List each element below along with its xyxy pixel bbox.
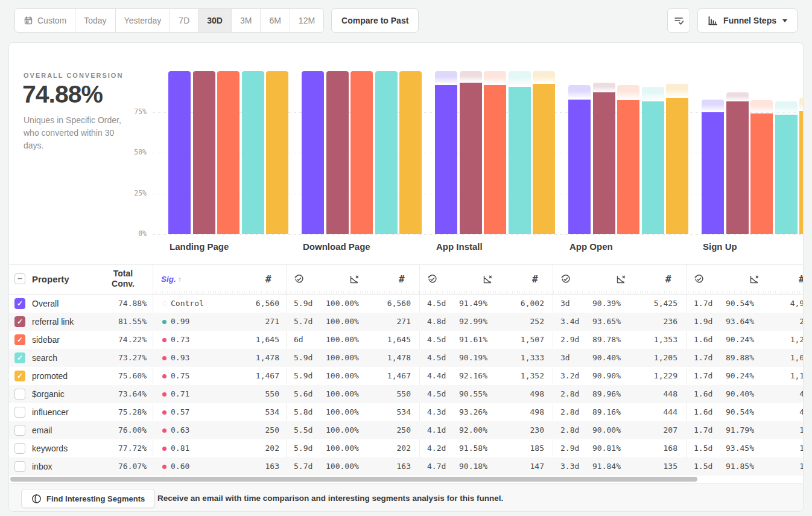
funnel-steps-dropdown[interactable]: Funnel Steps <box>697 8 798 33</box>
funnel-bar[interactable] <box>568 100 591 234</box>
bar-dropoff-cap <box>726 92 749 101</box>
funnel-bar[interactable] <box>168 71 191 234</box>
conversion-rate-icon <box>349 264 360 294</box>
funnel-bar[interactable] <box>266 71 288 234</box>
funnel-bar[interactable] <box>799 111 804 234</box>
row-checkbox[interactable]: ✓ <box>14 298 25 309</box>
row-checkbox[interactable]: ✓ <box>14 352 25 363</box>
date-range-today[interactable]: Today <box>75 9 115 32</box>
avg-time-to-convert: 5.9d <box>294 295 312 313</box>
date-range-7d[interactable]: 7D <box>170 9 198 32</box>
funnel-bar[interactable] <box>242 71 264 234</box>
bar-chart-icon <box>708 15 718 26</box>
step-count: 271 <box>214 313 279 331</box>
total-conversion-value: 81.55% <box>94 313 147 331</box>
step-count: 15 <box>746 439 804 457</box>
date-range-3m[interactable]: 3M <box>232 9 261 32</box>
funnel-bar[interactable] <box>302 71 324 234</box>
time-to-convert-icon <box>694 264 704 294</box>
date-range-30d[interactable]: 30D <box>198 9 232 32</box>
funnel-bar[interactable] <box>726 101 749 234</box>
step-count: 498 <box>480 385 544 403</box>
y-axis-tick: 75% <box>116 107 147 116</box>
row-checkbox[interactable] <box>14 389 25 400</box>
avg-time-to-convert: 1.6d <box>694 331 712 349</box>
email-analysis-message: Receive an email with time comparison an… <box>157 484 503 512</box>
step-count: 40 <box>746 385 804 403</box>
funnel-bar[interactable] <box>193 71 215 234</box>
step-count: 4,91 <box>746 295 804 313</box>
funnel-bar[interactable] <box>217 71 239 234</box>
funnel-bar[interactable] <box>350 71 373 234</box>
significance-value: 0.81 <box>171 439 189 457</box>
funnel-bar[interactable] <box>509 87 531 234</box>
avg-time-to-convert: 3d <box>560 349 570 367</box>
funnel-bar[interactable] <box>666 98 688 234</box>
table-top-border <box>9 264 803 265</box>
avg-time-to-convert: 2.8d <box>560 385 579 403</box>
avg-time-to-convert: 4.4d <box>427 367 446 385</box>
funnel-bar[interactable] <box>326 71 349 234</box>
toolbar: CustomTodayYesterday7D30D3M6M12M Compare… <box>14 8 798 33</box>
significance-value: 0.60 <box>171 457 189 476</box>
find-interesting-segments-button[interactable]: Find Interesting Segments <box>21 489 155 508</box>
table-row: inbox76.07%0.601635.7d100.00%1634.7d90.1… <box>9 457 803 476</box>
toolbar-spacer <box>419 8 660 33</box>
compare-to-past-button[interactable]: Compare to Past <box>331 8 419 33</box>
step-count: 185 <box>480 439 544 457</box>
significance-value: 0.73 <box>171 331 189 349</box>
step-count: 1,229 <box>613 367 677 385</box>
funnel-bar[interactable] <box>617 100 639 234</box>
row-checkbox[interactable]: ✓ <box>14 371 25 381</box>
table-row: $organic73.64%0.715505.6d100.00%5504.5d9… <box>9 385 803 403</box>
funnel-bar[interactable] <box>702 112 724 234</box>
significance-column-header[interactable]: Sig.↑ <box>161 264 182 294</box>
row-checkbox[interactable] <box>14 425 25 436</box>
row-checkbox[interactable]: ✓ <box>14 334 25 345</box>
avg-time-to-convert: 4.5d <box>427 331 446 349</box>
avg-time-to-convert: 5.7d <box>294 313 312 331</box>
step-count: 6,002 <box>480 295 544 313</box>
funnel-bar[interactable] <box>435 85 457 234</box>
row-checkbox[interactable]: ✓ <box>14 316 25 327</box>
count-icon: # <box>265 264 271 294</box>
table-row: ✓Overall74.88%Control6,5605.9d100.00%6,5… <box>9 295 803 313</box>
significance-marker <box>162 428 167 433</box>
property-name: referral link <box>32 313 74 331</box>
funnel-bar[interactable] <box>750 113 773 234</box>
significance-value: Control <box>171 295 204 313</box>
total-conversion-value: 74.88% <box>94 295 147 313</box>
avg-time-to-convert: 1.7d <box>694 421 712 439</box>
row-checkbox[interactable] <box>14 461 25 472</box>
funnel-bar[interactable] <box>375 71 398 234</box>
avg-time-to-convert: 4.7d <box>427 457 446 476</box>
total-conversion-value: 74.22% <box>94 331 147 349</box>
report-options-button[interactable] <box>667 8 690 33</box>
bar-dropoff-cap <box>666 84 688 98</box>
funnel-bar[interactable] <box>460 83 482 234</box>
step-label: App Install <box>436 241 483 252</box>
total-conversion-value: 76.07% <box>94 457 147 476</box>
date-range-6m[interactable]: 6M <box>261 9 290 32</box>
row-checkbox[interactable] <box>14 443 25 454</box>
funnel-bar[interactable] <box>642 101 664 234</box>
horizontal-scrollbar[interactable] <box>10 477 697 482</box>
find-interesting-segments-label: Find Interesting Segments <box>46 494 145 503</box>
funnel-bar[interactable] <box>484 85 506 234</box>
step-count: 1,478 <box>214 349 279 367</box>
property-name: Overall <box>32 295 59 313</box>
row-checkbox[interactable] <box>14 407 25 418</box>
overall-conversion-label: OVERALL CONVERSION <box>24 72 123 79</box>
avg-time-to-convert: 1.6d <box>694 385 712 403</box>
funnel-bar[interactable] <box>593 92 615 234</box>
funnel-bar[interactable] <box>775 115 798 234</box>
date-range-yesterday[interactable]: Yesterday <box>116 9 171 32</box>
funnel-bar[interactable] <box>399 71 422 234</box>
date-range-12m[interactable]: 12M <box>290 9 323 32</box>
avg-time-to-convert: 4.5d <box>427 385 446 403</box>
select-all-checkbox[interactable]: – <box>14 273 25 284</box>
funnel-bar[interactable] <box>533 84 555 234</box>
time-to-convert-icon <box>294 264 304 294</box>
property-name: influencer <box>32 403 69 421</box>
date-range-custom[interactable]: Custom <box>15 9 75 32</box>
